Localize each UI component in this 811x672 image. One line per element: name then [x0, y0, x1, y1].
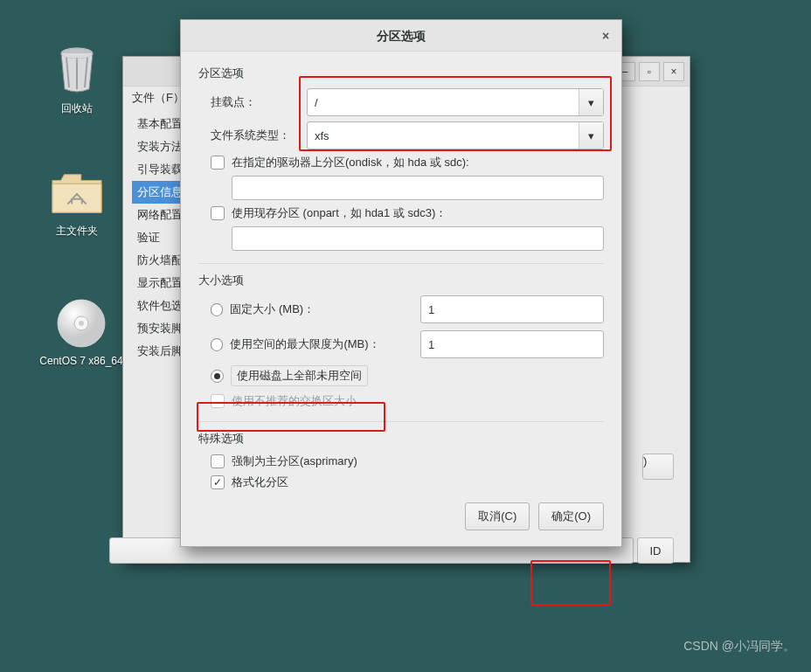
peek-button-2[interactable]: ID: [637, 537, 674, 564]
disc-icon: [55, 297, 107, 350]
mountpoint-combo[interactable]: / ▾: [307, 88, 604, 116]
watermark: CSDN @小冯同学。: [683, 639, 795, 655]
fstype-combo[interactable]: xfs ▾: [307, 121, 604, 149]
dialog-close-button[interactable]: ×: [597, 27, 614, 45]
desktop-icon-label: CentOS 7 x86_64: [29, 355, 134, 367]
dialog-title-text: 分区选项: [377, 29, 426, 43]
format-checkbox[interactable]: [211, 475, 225, 489]
size-recommended-label: 使用不推荐的交换区大小: [232, 393, 357, 409]
desktop-icon-home[interactable]: 主文件夹: [29, 166, 125, 239]
size-fill-label: 使用磁盘上全部未用空间: [231, 365, 368, 386]
cancel-button[interactable]: 取消(C): [465, 502, 530, 530]
size-fill-radio[interactable]: [211, 370, 224, 383]
onpart-entry[interactable]: [232, 226, 604, 251]
ondisk-checkbox[interactable]: [211, 156, 225, 170]
ondisk-label: 在指定的驱动器上分区(ondisk，如 hda 或 sdc):: [232, 155, 469, 170]
onpart-label: 使用现存分区 (onpart，如 hda1 或 sdc3)：: [232, 205, 447, 221]
desktop-icon-disc[interactable]: CentOS 7 x86_64: [29, 297, 134, 367]
size-fixed-radio[interactable]: [211, 303, 223, 316]
fstype-label: 文件系统类型：: [211, 128, 298, 143]
callout-ok-button: [530, 560, 611, 606]
ondisk-entry[interactable]: [232, 176, 604, 200]
desktop-icon-label: 主文件夹: [29, 224, 125, 239]
asprimary-label: 强制为主分区(asprimary): [232, 454, 357, 469]
trash-icon: [51, 44, 103, 96]
size-recommended-checkbox: [211, 394, 225, 408]
parent-maximize-button[interactable]: ▫: [639, 62, 660, 81]
desktop-icon-label: 回收站: [29, 101, 125, 116]
chevron-down-icon: ▾: [579, 89, 603, 115]
section-partition-options: 分区选项: [198, 66, 604, 81]
section-size-options: 大小选项: [198, 273, 604, 288]
size-grow-label: 使用空间的最大限度为(MB)：: [230, 336, 413, 352]
size-grow-spin[interactable]: 1: [420, 330, 604, 358]
format-label: 格式化分区: [232, 475, 288, 490]
svg-point-5: [79, 321, 84, 326]
section-special-options: 特殊选项: [198, 431, 604, 447]
ok-button[interactable]: 确定(O): [538, 502, 604, 530]
folder-home-icon: [51, 166, 103, 218]
onpart-checkbox[interactable]: [211, 206, 225, 220]
mountpoint-label: 挂载点：: [211, 94, 298, 110]
desktop-icon-trash[interactable]: 回收站: [29, 44, 125, 116]
menu-file[interactable]: 文件（F）: [132, 91, 184, 104]
fstype-value: xfs: [315, 129, 329, 142]
mountpoint-value: /: [315, 96, 318, 109]
partition-options-dialog: 分区选项 × 分区选项 挂载点： / ▾ 文件系统类型： xfs ▾: [180, 19, 622, 547]
size-grow-radio[interactable]: [211, 338, 223, 351]
dialog-title: 分区选项 ×: [181, 20, 621, 52]
size-fixed-spin[interactable]: 1: [420, 295, 604, 323]
size-fixed-label: 固定大小 (MB)：: [230, 301, 413, 317]
peek-button-1[interactable]: ): [642, 454, 674, 480]
chevron-down-icon: ▾: [579, 122, 603, 149]
asprimary-checkbox[interactable]: [211, 454, 225, 468]
parent-close-button[interactable]: ×: [663, 62, 684, 81]
